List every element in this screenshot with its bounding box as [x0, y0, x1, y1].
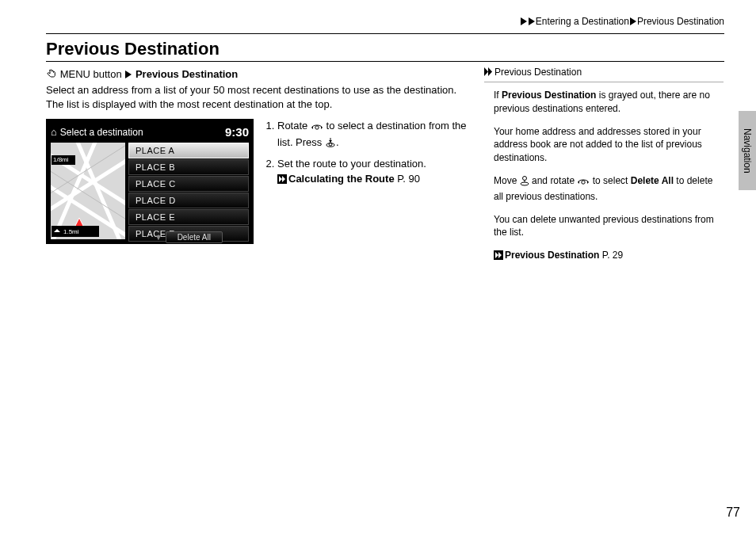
rotate-dial-icon: [577, 175, 590, 190]
list-item: PLACE B: [128, 159, 249, 175]
press-dial-icon: [325, 137, 336, 152]
reference-link: Calculating the Route: [288, 173, 395, 185]
chevron-right-icon: [630, 17, 636, 25]
svg-marker-22: [484, 67, 488, 76]
double-chevron-icon: [484, 67, 493, 78]
sidebar-title: Previous Destination: [484, 63, 724, 82]
screenshot-clock: 9:30: [225, 125, 249, 139]
svg-marker-23: [488, 67, 492, 76]
reference-page: P. 29: [599, 250, 623, 261]
menu-path: MENU button Previous Destination: [46, 68, 470, 80]
sidebar-p3: Move and rotate to select Delete All to …: [494, 174, 724, 204]
breadcrumb-level-2: Previous Destination: [637, 16, 724, 27]
menu-button-label: MENU button: [60, 68, 122, 80]
svg-marker-18: [329, 140, 332, 143]
menu-target: Previous Destination: [136, 68, 238, 80]
section-tab: Navigation: [739, 111, 756, 190]
reference-icon: [494, 250, 503, 264]
sidebar-p4: You can delete unwanted previous destina…: [494, 213, 724, 240]
reference-page: P. 90: [395, 173, 420, 185]
svg-point-27: [582, 181, 585, 184]
list-item: PLACE C: [128, 176, 249, 192]
sidebar-column: Previous Destination If Previous Destina…: [484, 63, 724, 273]
steps: Rotate to select a destination from the …: [265, 119, 470, 244]
svg-point-15: [326, 143, 334, 147]
svg-point-12: [315, 126, 319, 129]
screenshot-scale-bottom: 1.5mi: [63, 228, 79, 235]
sidebar-p2: Your home address and addresses stored i…: [494, 125, 724, 165]
svg-point-24: [521, 182, 529, 185]
delete-all-button: Delete All: [166, 231, 223, 243]
screenshot-header: Select a destination: [60, 127, 143, 138]
reference-icon: [277, 174, 287, 188]
svg-point-25: [522, 176, 526, 180]
screenshot-map: 1/8mi 1.5mi: [51, 143, 125, 239]
rotate-dial-icon: [311, 120, 323, 135]
step-2: Set the route to your destination. Calcu…: [277, 157, 470, 187]
main-column: MENU button Previous Destination Select …: [46, 63, 484, 273]
list-item: PLACE D: [128, 193, 249, 208]
description: Select an address from a list of your 50…: [46, 83, 470, 111]
screenshot-scale-top: 1/8mi: [53, 156, 69, 163]
list-item: PLACE A: [128, 143, 249, 158]
chevron-right-icon: [125, 71, 132, 78]
page-title: Previous Destination: [46, 39, 724, 62]
hand-icon: [46, 68, 57, 79]
chevron-right-icon: [521, 17, 527, 25]
reference-link: Previous Destination: [505, 250, 599, 261]
breadcrumb-level-1: Entering a Destination: [536, 16, 629, 27]
device-screenshot: ⌂Select a destination 9:30: [46, 119, 254, 244]
page-number: 77: [726, 505, 740, 520]
screenshot-list: PLACE A PLACE B PLACE C PLACE D PLACE E …: [128, 143, 249, 242]
breadcrumb: Entering a DestinationPrevious Destinati…: [46, 16, 724, 34]
home-icon: ⌂: [51, 126, 57, 138]
list-item: PLACE E: [128, 209, 249, 225]
move-dial-icon: [520, 175, 529, 190]
sidebar-ref: Previous Destination P. 29: [494, 249, 724, 264]
screenshot-footer: ▼ Delete All: [128, 231, 249, 243]
chevron-right-icon: [529, 17, 535, 25]
step-1: Rotate to select a destination from the …: [277, 119, 470, 152]
sidebar-p1: If Previous Destination is grayed out, t…: [494, 89, 724, 116]
